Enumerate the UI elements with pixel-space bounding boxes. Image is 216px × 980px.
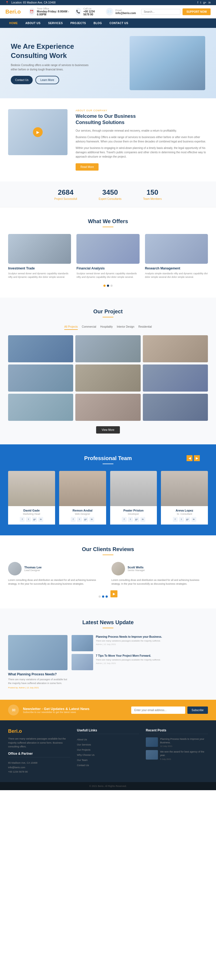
team-info-3: Peater Priston Developer f t g+ in [110, 506, 157, 525]
footer-link-6[interactable]: Contact Us [77, 763, 139, 767]
reviews-dot-1[interactable] [99, 595, 101, 598]
projects-section: Our Project All Projects Commercial Hosp… [0, 298, 216, 444]
review-avatar-1 [8, 562, 22, 576]
team-tw-3[interactable]: t [128, 517, 133, 522]
team-tw-2[interactable]: t [77, 517, 82, 522]
team-fb-2[interactable]: f [71, 517, 76, 522]
footer-logo: Beri.o [8, 729, 70, 734]
footer-link-2[interactable]: Our Services [77, 743, 139, 746]
nav-projects[interactable]: PROJECTS [67, 18, 90, 28]
header-search[interactable]: SUPPORT NOW [141, 8, 211, 15]
service-img-3 [145, 234, 208, 264]
facebook-icon[interactable]: f [197, 1, 198, 4]
team-gp-4[interactable]: g+ [185, 517, 190, 522]
team-li-1[interactable]: in [38, 517, 43, 522]
services-section: What We Offers Investment Trade Sculptur… [0, 207, 216, 298]
team-fb-4[interactable]: f [173, 517, 178, 522]
project-img-3 [143, 335, 208, 362]
dot-1[interactable] [103, 285, 106, 287]
stat-consultants: 3450 Expert Consultants [99, 188, 122, 200]
logo[interactable]: Beri.o [5, 9, 21, 15]
read-more-button[interactable]: Read More [76, 163, 99, 170]
support-button[interactable]: SUPPORT NOW [183, 8, 211, 15]
team-gp-1[interactable]: g+ [32, 517, 37, 522]
tab-all-projects[interactable]: All Projects [64, 324, 78, 330]
project-item-1[interactable] [8, 335, 73, 362]
time-office-value: Monday-Friday: 8:00AM - 6:00PM [37, 10, 70, 16]
header: Beri.o ⏰ Time Office Monday-Friday: 8:00… [0, 5, 216, 18]
footer-post-img-2 [146, 750, 158, 760]
project-item-7[interactable] [8, 394, 73, 421]
team-li-2[interactable]: in [89, 517, 94, 522]
nav-contact[interactable]: CONTACT US [106, 18, 132, 28]
projects-divider [102, 317, 114, 317]
news-item-1: Planning Process Needs to Improve your B… [71, 635, 208, 651]
team-gp-3[interactable]: g+ [134, 517, 139, 522]
nav-blog[interactable]: BLOG [90, 18, 106, 28]
search-input[interactable] [141, 9, 180, 14]
team-next-button[interactable]: ▶ [194, 455, 200, 461]
news-section: Latest News Update What Planning Process… [0, 608, 216, 700]
nav-about[interactable]: ABOUT US [22, 18, 44, 28]
nav-services[interactable]: SERVICES [44, 18, 66, 28]
footer-link-1[interactable]: About Us [77, 737, 139, 741]
tab-hospitality[interactable]: Hospitality [100, 324, 113, 330]
project-item-6[interactable] [143, 364, 208, 391]
team-tw-4[interactable]: t [179, 517, 184, 522]
footer-link-4[interactable]: Why Choose Us [77, 753, 139, 757]
team-tw-1[interactable]: t [26, 517, 31, 522]
footer-post-img-1 [146, 737, 158, 747]
footer-link-5[interactable]: Our Team [77, 758, 139, 762]
time-office-label: Time Office [37, 7, 70, 10]
team-fb-3[interactable]: f [122, 517, 127, 522]
team-fb-1[interactable]: f [20, 517, 25, 522]
tab-interior[interactable]: Interior Design [117, 324, 134, 330]
social-links[interactable]: f t g+ in [197, 1, 211, 4]
news-item-content-1: Planning Process Needs to Improve your B… [96, 635, 162, 651]
project-item-4[interactable] [8, 364, 73, 391]
linkedin-icon[interactable]: in [208, 1, 211, 4]
view-more-button[interactable]: View More [96, 426, 120, 434]
news-item-title-2: 7 Tips To Move Your Project More Forward… [96, 654, 161, 657]
gplus-icon[interactable]: g+ [203, 1, 206, 4]
team-gp-2[interactable]: g+ [83, 517, 88, 522]
review-author-2: Scott Wells Senior Manager [112, 562, 208, 576]
dot-2[interactable] [107, 285, 109, 287]
nav-home[interactable]: HOME [5, 18, 22, 28]
project-item-9[interactable] [143, 394, 208, 421]
tab-residential[interactable]: Residential [139, 324, 152, 330]
newsletter-email-input[interactable] [131, 706, 185, 714]
team-name-2: Remon Andial [62, 509, 103, 512]
footer-link-3[interactable]: Our Projects [77, 748, 139, 751]
service-card-1: Investment Trade Sculptur seneal doner a… [8, 234, 71, 279]
project-item-5[interactable] [75, 364, 140, 391]
twitter-icon[interactable]: t [200, 1, 201, 4]
dot-3[interactable] [110, 285, 113, 287]
review-text-2: Lorem consulting divas and distribution … [112, 578, 208, 586]
clock-icon: ⏰ [29, 8, 35, 16]
project-img-2 [75, 335, 140, 362]
team-li-3[interactable]: in [140, 517, 145, 522]
team-prev-button[interactable]: ◀ [186, 455, 192, 461]
about-content: About Our Company Welcome to Our Busines… [76, 109, 208, 170]
reviews-dot-2[interactable] [102, 595, 104, 598]
reviews-dot-3[interactable] [106, 595, 108, 598]
news-main-date: Posted by: Admin | 12 July 2021 [8, 686, 68, 689]
footer-post-1: Planning Process Needs to Improve your B… [146, 737, 208, 748]
about-desc3: Within your business to engaging in wind… [76, 146, 208, 159]
reviews-next-button[interactable]: ▶ [110, 590, 117, 597]
time-office: ⏰ Time Office Monday-Friday: 8:00AM - 6:… [29, 7, 70, 16]
project-item-3[interactable] [143, 335, 208, 362]
learn-more-button[interactable]: Learn More [35, 76, 59, 84]
hero-content: We Are ExperienceConsulting Work Bedesix… [11, 42, 108, 84]
tab-commercial[interactable]: Commercial [82, 324, 96, 330]
footer-post-title-1: Planning Process Needs to Improve your B… [160, 737, 208, 744]
contact-us-button[interactable]: Contact Us [11, 76, 33, 84]
newsletter-subscribe-button[interactable]: Subscribe [188, 706, 208, 714]
play-button[interactable]: ▶ [33, 127, 43, 137]
news-item-date-2: Admin | 12 July 2021 [96, 662, 161, 665]
hero-buttons: Contact Us Learn More [11, 76, 108, 84]
team-li-4[interactable]: in [191, 517, 196, 522]
project-item-8[interactable] [75, 394, 140, 421]
project-item-2[interactable] [75, 335, 140, 362]
